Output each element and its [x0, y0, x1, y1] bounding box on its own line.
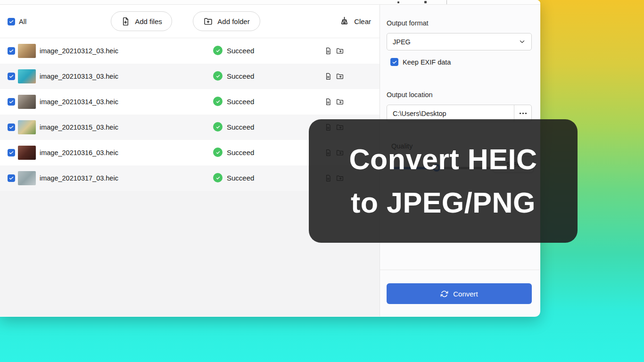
- check-circle-icon: [213, 122, 223, 132]
- check-circle-icon: [213, 71, 223, 81]
- clipped-text-remnant: [424, 1, 427, 3]
- file-checkbox[interactable]: [8, 73, 15, 80]
- check-circle-icon: [213, 173, 223, 182]
- file-checkbox[interactable]: [8, 174, 15, 182]
- file-checkbox[interactable]: [8, 98, 15, 106]
- status-badge: Succeed: [213, 71, 254, 81]
- output-location-label: Output location: [387, 91, 433, 99]
- keep-exif-label: Keep EXIF data: [403, 58, 451, 66]
- file-row[interactable]: image_20210314_03.heicSucceed: [0, 89, 380, 115]
- ellipsis-icon: [520, 113, 521, 114]
- view-file-icon[interactable]: [324, 72, 332, 81]
- checkmark-icon: [215, 73, 221, 79]
- checkmark-icon: [8, 175, 14, 181]
- checkmark-icon: [215, 48, 221, 54]
- file-row[interactable]: image_20210312_03.heicSucceed: [0, 38, 380, 64]
- output-format-value: JPEG: [393, 38, 411, 46]
- status-badge: Succeed: [213, 173, 254, 182]
- status-text: Succeed: [227, 98, 254, 106]
- status-text: Succeed: [227, 72, 254, 80]
- add-files-label: Add files: [135, 17, 162, 25]
- file-list-toolbar: All Add files Add folder: [0, 5, 380, 38]
- clear-label: Clear: [354, 17, 371, 25]
- status-text: Succeed: [227, 148, 254, 156]
- file-checkbox[interactable]: [8, 47, 15, 55]
- promo-title-line1: Convert HEIC: [349, 138, 537, 181]
- file-thumbnail: [18, 69, 36, 83]
- file-thumbnail: [18, 44, 36, 58]
- status-badge: Succeed: [213, 46, 254, 55]
- promo-title-line2: to JPEG/PNG: [351, 181, 536, 224]
- file-thumbnail: [18, 120, 36, 134]
- clipped-caret-remnant: [446, 0, 447, 4]
- status-text: Succeed: [227, 123, 254, 131]
- checkmark-icon: [215, 124, 221, 130]
- file-row[interactable]: image_20210313_03.heicSucceed: [0, 64, 380, 89]
- file-name: image_20210313_03.heic: [40, 73, 118, 80]
- settings-divider: [380, 270, 540, 270]
- checkmark-icon: [8, 74, 14, 79]
- checkmark-icon: [215, 99, 221, 105]
- keep-exif-row[interactable]: Keep EXIF data: [390, 58, 451, 66]
- broom-icon: [339, 16, 350, 27]
- clear-button[interactable]: Clear: [339, 16, 371, 27]
- clipped-text-remnant: [397, 1, 399, 3]
- refresh-icon: [440, 290, 448, 298]
- checkmark-icon: [8, 48, 14, 54]
- file-name: image_20210316_03.heic: [40, 149, 118, 156]
- file-name: image_20210315_03.heic: [40, 123, 118, 131]
- view-file-icon[interactable]: [324, 98, 332, 106]
- file-checkbox[interactable]: [8, 149, 15, 156]
- output-format-select[interactable]: JPEG: [387, 33, 532, 50]
- file-plus-icon: [121, 16, 131, 26]
- open-location-icon[interactable]: [336, 72, 344, 81]
- status-text: Succeed: [227, 174, 254, 182]
- open-location-icon[interactable]: [336, 47, 344, 55]
- checkmark-icon: [8, 124, 14, 130]
- titlebar-clipped-strip: [0, 0, 540, 5]
- file-thumbnail: [18, 95, 36, 109]
- add-files-button[interactable]: Add files: [111, 11, 172, 31]
- keep-exif-checkbox[interactable]: [390, 58, 398, 66]
- check-circle-icon: [213, 97, 223, 106]
- file-thumbnail: [18, 146, 36, 160]
- status-badge: Succeed: [213, 148, 254, 157]
- file-thumbnail: [18, 171, 36, 185]
- file-checkbox[interactable]: [8, 123, 15, 131]
- select-all-label: All: [19, 18, 26, 25]
- status-badge: Succeed: [213, 122, 254, 132]
- promo-overlay-banner: Convert HEIC to JPEG/PNG: [309, 119, 578, 243]
- select-all-checkbox[interactable]: [8, 18, 15, 25]
- view-file-icon[interactable]: [324, 47, 332, 55]
- file-name: image_20210314_03.heic: [40, 98, 118, 106]
- convert-button[interactable]: Convert: [387, 283, 532, 304]
- checkmark-icon: [8, 99, 14, 105]
- checkmark-icon: [215, 175, 221, 181]
- check-circle-icon: [213, 46, 223, 55]
- ellipsis-icon: [522, 113, 524, 114]
- status-text: Succeed: [227, 47, 254, 55]
- ellipsis-icon: [525, 113, 527, 114]
- file-name: image_20210312_03.heic: [40, 47, 118, 55]
- check-circle-icon: [213, 148, 223, 157]
- checkmark-icon: [392, 59, 397, 65]
- folder-plus-icon: [203, 16, 213, 26]
- checkmark-icon: [8, 150, 14, 156]
- checkmark-icon: [215, 149, 221, 156]
- output-format-label: Output format: [387, 19, 429, 27]
- add-folder-label: Add folder: [217, 17, 249, 25]
- file-name: image_20210317_03.heic: [40, 174, 118, 182]
- add-folder-button[interactable]: Add folder: [193, 11, 260, 31]
- open-location-icon[interactable]: [336, 98, 344, 106]
- convert-label: Convert: [453, 290, 478, 298]
- chevron-down-icon: [519, 38, 526, 45]
- status-badge: Succeed: [213, 97, 254, 106]
- checkmark-icon: [8, 19, 14, 25]
